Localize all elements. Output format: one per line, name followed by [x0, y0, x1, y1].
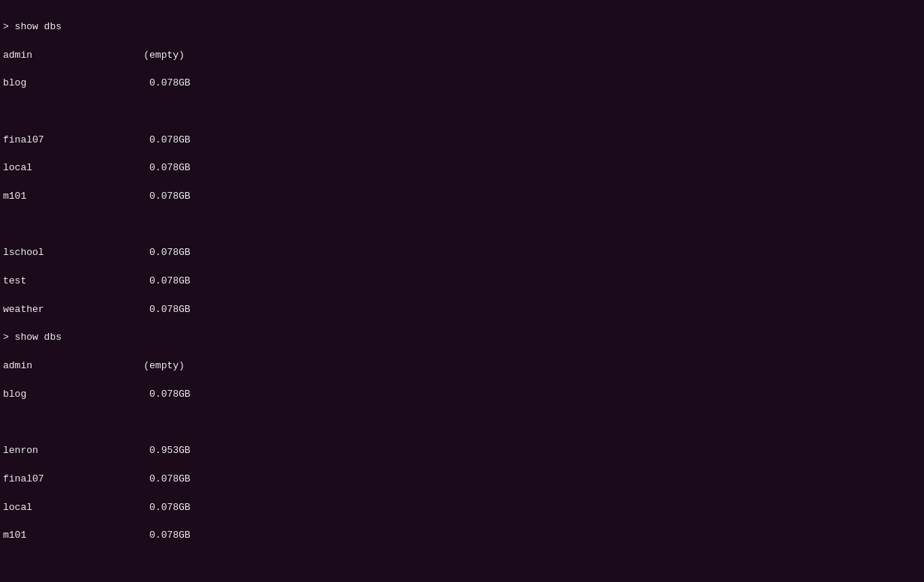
- command-line-2: > show dbs: [3, 331, 921, 345]
- output-admin-2: admin (empty): [3, 359, 921, 374]
- empty-3: [3, 416, 921, 430]
- output-m101-1: m101 0.078GB: [3, 190, 921, 204]
- output-blog-1: blog 0.078GB: [3, 76, 921, 91]
- output-blog-2: blog 0.078GB: [3, 388, 921, 402]
- output-lschool-1: lschool 0.078GB: [3, 246, 921, 260]
- output-admin-1: admin (empty): [3, 49, 921, 63]
- output-test-1: test 0.078GB: [3, 274, 921, 289]
- output-weather-1: weather 0.078GB: [3, 303, 921, 317]
- empty-4: [3, 557, 921, 572]
- empty-2: [3, 218, 921, 232]
- output-m101-2: m101 0.078GB: [3, 529, 921, 543]
- output-local-2: local 0.078GB: [3, 501, 921, 515]
- terminal-window[interactable]: > show dbs admin (empty) blog 0.078GB fi…: [0, 0, 924, 582]
- command-line-1: > show dbs: [3, 20, 921, 34]
- output-final07-2: final07 0.078GB: [3, 472, 921, 487]
- empty-1: [3, 105, 921, 119]
- output-local-1: local 0.078GB: [3, 161, 921, 176]
- output-final07-1: final07 0.078GB: [3, 134, 921, 148]
- output-enron-1: lenron 0.953GB: [3, 444, 921, 458]
